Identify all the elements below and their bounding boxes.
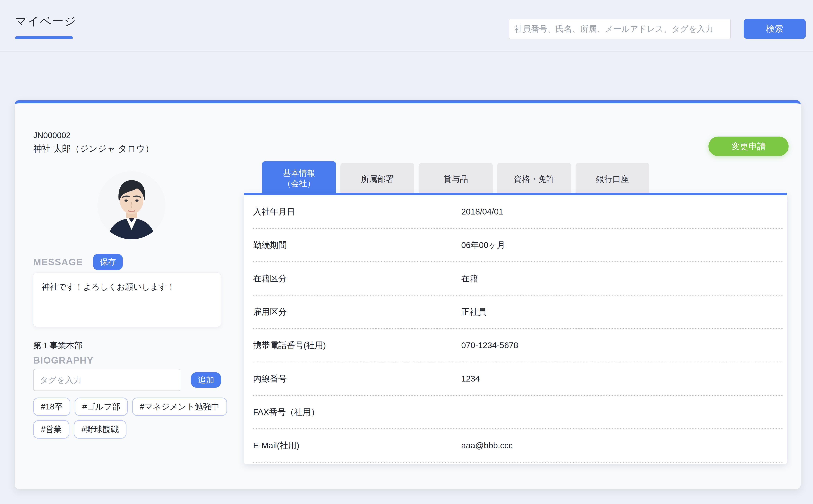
employee-search-input[interactable] <box>509 19 731 39</box>
employee-avatar <box>97 171 165 239</box>
biography-tag[interactable]: #営業 <box>33 420 69 439</box>
detail-row-value: 1234 <box>461 374 784 383</box>
detail-row-label: 在籍区分 <box>253 273 461 284</box>
tab-label: 銀行口座 <box>596 174 629 185</box>
detail-row-label: 勤続期間 <box>253 239 461 251</box>
basic-info-panel: 入社年月日2018/04/01勤続期間06年00ヶ月在籍区分在籍雇用区分正社員携… <box>244 193 787 464</box>
tab-label: 所属部署 <box>361 174 394 185</box>
department-label: 第１事業本部 <box>33 340 82 351</box>
tab-4[interactable]: 銀行口座 <box>576 163 649 195</box>
tab-1[interactable]: 所属部署 <box>340 163 414 195</box>
message-heading: MESSAGE <box>33 257 83 267</box>
tag-add-button[interactable]: 追加 <box>191 372 221 388</box>
tab-2[interactable]: 貸与品 <box>419 163 493 195</box>
search-button[interactable]: 検索 <box>744 19 806 39</box>
detail-row-1: 勤続期間06年00ヶ月 <box>253 229 784 262</box>
detail-row-value: 在籍 <box>461 273 784 284</box>
detail-row-label: 雇用区分 <box>253 306 461 318</box>
message-textarea[interactable]: 神社です！よろしくお願いします！ <box>33 273 221 327</box>
detail-row-value: 070-1234-5678 <box>461 340 784 350</box>
profile-card: JN000002 神社 太郎（ジンジャ タロウ） MESSAGE 保存 <box>15 100 801 489</box>
tab-label: 資格・免許 <box>514 174 555 185</box>
detail-row-label: 携帯電話番号(社用) <box>253 340 461 351</box>
page-title-active-underline <box>15 36 73 39</box>
detail-row-label: 内線番号 <box>253 373 461 384</box>
biography-tag-list: #18卒#ゴルフ部#マネジメント勉強中#営業#野球観戦 <box>33 398 236 439</box>
detail-row-value: 06年00ヶ月 <box>461 239 784 251</box>
detail-row-3: 雇用区分正社員 <box>253 296 784 329</box>
header-divider <box>0 51 813 52</box>
detail-row-0: 入社年月日2018/04/01 <box>253 195 784 229</box>
my-page: マイページ 検索 JN000002 神社 太郎（ジンジャ タロウ） <box>0 0 813 504</box>
employee-id: JN000002 <box>33 131 71 140</box>
tag-input-row: 追加 <box>33 369 221 391</box>
detail-row-value: 2018/04/01 <box>461 207 784 216</box>
detail-row-7: E-Mail(社用)aaa@bbb.ccc <box>253 429 784 463</box>
tag-input[interactable] <box>33 369 181 391</box>
biography-tag[interactable]: #ゴルフ部 <box>75 398 128 416</box>
biography-tag[interactable]: #野球観戦 <box>74 420 126 439</box>
biography-heading: BIOGRAPHY <box>33 355 94 366</box>
message-save-button[interactable]: 保存 <box>93 254 123 270</box>
detail-row-6: FAX番号（社用） <box>253 396 784 429</box>
tab-label: 基本情報 <box>283 168 315 178</box>
tab-label: 貸与品 <box>444 174 468 185</box>
detail-row-value: aaa@bbb.ccc <box>461 441 784 450</box>
biography-tag[interactable]: #18卒 <box>33 398 70 416</box>
detail-row-label: E-Mail(社用) <box>253 440 461 451</box>
tab-label: （会社） <box>283 178 315 189</box>
detail-row-5: 内線番号1234 <box>253 362 784 396</box>
detail-row-value: 正社員 <box>461 306 784 318</box>
detail-tabs: 基本情報（会社）所属部署貸与品資格・免許銀行口座 <box>262 161 649 195</box>
change-request-button[interactable]: 変更申請 <box>708 137 789 156</box>
tab-0-active[interactable]: 基本情報（会社） <box>262 161 336 195</box>
detail-row-4: 携帯電話番号(社用)070-1234-5678 <box>253 329 784 362</box>
detail-row-2: 在籍区分在籍 <box>253 262 784 296</box>
page-title: マイページ <box>15 14 77 29</box>
biography-tag[interactable]: #マネジメント勉強中 <box>132 398 227 416</box>
employee-portrait-photo-icon <box>97 171 165 239</box>
employee-name: 神社 太郎（ジンジャ タロウ） <box>33 143 154 155</box>
detail-row-label: 入社年月日 <box>253 206 461 217</box>
tab-3[interactable]: 資格・免許 <box>497 163 571 195</box>
detail-row-label: FAX番号（社用） <box>253 407 461 418</box>
